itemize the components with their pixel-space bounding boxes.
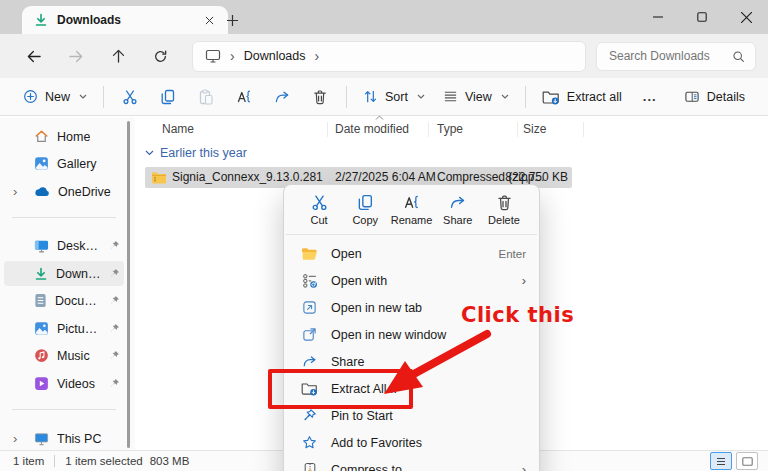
group-header[interactable]: Earlier this year	[145, 146, 247, 160]
column-header-name[interactable]: Name	[162, 122, 194, 136]
file-explorer-window: Downloads	[0, 0, 768, 471]
column-divider[interactable]	[517, 122, 518, 137]
chevron-right-icon[interactable]: ›	[13, 184, 17, 199]
new-button[interactable]: New	[14, 82, 96, 112]
menu-item-open[interactable]: Open Enter	[284, 240, 539, 267]
details-pane-label: Details	[707, 90, 745, 104]
chevron-right-icon[interactable]: ›	[13, 431, 17, 446]
menu-item-label: Open with	[331, 274, 387, 288]
details-pane-button[interactable]: Details	[675, 82, 754, 112]
sidebar-divider	[12, 409, 116, 410]
sidebar-scrollbar[interactable]	[127, 121, 130, 448]
chevron-down-icon	[417, 94, 425, 100]
sidebar-item-label: Desktop	[57, 239, 101, 253]
sidebar-item-home[interactable]: Home	[4, 124, 124, 149]
chevron-down-icon	[501, 94, 509, 100]
breadcrumb-chevron-icon[interactable]: ›	[315, 49, 320, 63]
view-button[interactable]: View	[434, 82, 518, 112]
chevron-down-icon[interactable]	[145, 150, 154, 156]
column-divider[interactable]	[428, 122, 429, 137]
sort-button[interactable]: Sort	[354, 82, 434, 112]
column-header-type[interactable]: Type	[437, 122, 463, 136]
minimize-button[interactable]	[636, 0, 680, 34]
search-box[interactable]	[596, 42, 756, 71]
tab-downloads[interactable]: Downloads	[22, 6, 228, 34]
sidebar-item-videos[interactable]: Videos	[4, 371, 124, 396]
sidebar-item-documents[interactable]: Documents	[4, 288, 124, 313]
maximize-button[interactable]	[680, 0, 724, 34]
status-divider	[54, 455, 55, 467]
file-date-modified: 2/27/2025 6:04 AM	[335, 170, 436, 184]
paste-button[interactable]	[187, 82, 225, 112]
back-button[interactable]	[16, 40, 52, 72]
extract-all-button[interactable]: Extract all	[533, 82, 631, 112]
column-divider[interactable]	[583, 122, 584, 137]
sidebar-item-onedrive[interactable]: › OneDrive	[4, 179, 124, 204]
tab-close-icon[interactable]	[198, 9, 220, 31]
address-bar[interactable]: › Downloads ›	[192, 41, 586, 72]
this-pc-icon[interactable]	[205, 49, 221, 63]
titlebar: Downloads	[0, 0, 768, 34]
up-button[interactable]	[100, 40, 136, 72]
thumbnail-view-toggle[interactable]	[736, 452, 758, 470]
rename-menu-button[interactable]: Rename	[390, 194, 434, 226]
sidebar-item-gallery[interactable]: Gallery	[4, 151, 124, 176]
delete-menu-button[interactable]: Delete	[482, 194, 526, 226]
menu-item-compress-to[interactable]: Compress to... ›	[284, 456, 539, 471]
new-tab-button[interactable]	[220, 9, 244, 31]
context-menu: Cut Copy Rename Share Delete	[283, 184, 540, 471]
column-header-size[interactable]: Size	[523, 122, 546, 136]
copy-label: Copy	[352, 214, 378, 226]
pin-icon	[109, 378, 120, 389]
pin-icon	[109, 295, 120, 306]
sort-button-label: Sort	[385, 90, 408, 104]
delete-button[interactable]	[301, 82, 339, 112]
status-item-count: 1 item	[13, 455, 44, 467]
gallery-icon	[34, 156, 49, 171]
search-input[interactable]	[607, 48, 726, 64]
copy-button[interactable]	[149, 82, 187, 112]
share-menu-button[interactable]: Share	[436, 194, 480, 226]
view-toggles	[710, 452, 758, 470]
copy-menu-button[interactable]: Copy	[343, 194, 387, 226]
sort-ascending-icon	[375, 115, 384, 121]
menu-item-add-to-favorites[interactable]: Add to Favorites	[284, 429, 539, 456]
downloads-icon	[34, 267, 48, 281]
delete-label: Delete	[488, 214, 520, 226]
breadcrumb-item[interactable]: Downloads	[244, 49, 306, 63]
cut-menu-button[interactable]: Cut	[297, 194, 341, 226]
menu-item-open-with[interactable]: Open with ›	[284, 267, 539, 294]
more-options-button[interactable]: ...	[631, 82, 669, 112]
home-icon	[34, 129, 49, 144]
sidebar: Home Gallery › OneDrive Desktop Download…	[0, 117, 135, 450]
sidebar-item-pictures[interactable]: Pictures	[4, 316, 124, 341]
pictures-icon	[34, 321, 49, 336]
navigation-bar: › Downloads ›	[0, 34, 768, 78]
extract-all-label: Extract all	[567, 90, 622, 104]
annotation-highlight-box	[268, 369, 413, 409]
sidebar-item-downloads[interactable]: Downloads	[4, 261, 124, 286]
pin-icon	[109, 323, 120, 334]
close-button[interactable]	[724, 0, 768, 34]
pin-icon	[109, 350, 120, 361]
sidebar-item-this-pc[interactable]: › This PC	[4, 426, 124, 451]
column-divider[interactable]	[327, 122, 328, 137]
onedrive-cloud-icon	[34, 186, 50, 197]
music-icon	[34, 348, 49, 363]
sidebar-item-music[interactable]: Music	[4, 343, 124, 368]
search-icon[interactable]	[732, 50, 745, 63]
details-view-toggle[interactable]	[710, 452, 732, 470]
column-header-date-modified[interactable]: Date modified	[335, 122, 409, 136]
refresh-button[interactable]	[142, 40, 178, 72]
tab-title: Downloads	[57, 13, 121, 27]
share-button[interactable]	[263, 82, 301, 112]
menu-item-label: Compress to...	[331, 463, 412, 471]
sidebar-item-label: Pictures	[57, 322, 101, 336]
download-icon	[34, 13, 48, 27]
sidebar-item-desktop[interactable]: Desktop	[4, 233, 124, 258]
breadcrumb-chevron-icon[interactable]: ›	[230, 49, 235, 63]
rename-button[interactable]	[225, 82, 263, 112]
group-header-label: Earlier this year	[160, 146, 247, 160]
cut-button[interactable]	[111, 82, 149, 112]
forward-button[interactable]	[58, 40, 94, 72]
